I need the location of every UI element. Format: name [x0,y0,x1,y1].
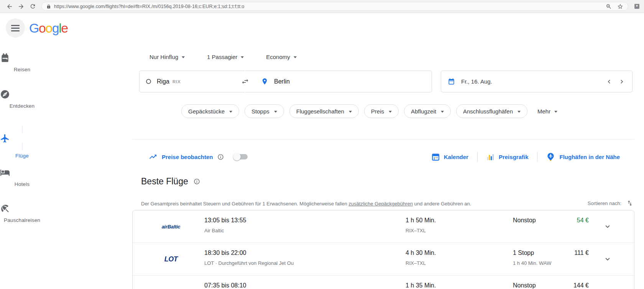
calendar-grid-icon [432,153,440,161]
date-field[interactable]: Fr., 16. Aug. [441,71,632,92]
sidebar-label: Pauschalreisen [0,217,44,223]
swap-icon [241,77,249,85]
flight-duration: 1 h 35 Min. [406,282,436,289]
filter-chip-preis[interactable]: Preis [364,104,399,118]
expand-chevron-icon[interactable] [603,255,612,263]
filter-chip-anschlussflughaefen[interactable]: Anschlussflughäfen [456,104,527,118]
divider [132,139,634,140]
sort-control[interactable]: Sortieren nach: [588,200,633,207]
back-icon[interactable] [4,2,15,11]
previous-date-chevron[interactable] [605,78,613,85]
price-graph-label: Preisgrafik [499,154,529,160]
flight-list: airBaltic 13:05 bis 13:55 Air Baltic 1 h… [132,210,634,289]
tools-row: Preise beobachten Kalender Preisgrafik F… [132,148,634,166]
airline-logo-cell: airBaltic [148,210,194,243]
bar-chart-icon [486,153,495,161]
info-icon[interactable] [194,178,200,185]
disclaimer-text: Der Gesamtpreis beinhaltet Steuern und G… [141,201,348,207]
flight-route: RIX–TXL [406,228,436,233]
flight-row[interactable]: airBaltic 13:05 bis 13:55 Air Baltic 1 h… [133,210,634,243]
filter-chip-fluggesellschaften[interactable]: Fluggesellschaften [289,104,359,118]
sidebar-label: Flüge [0,153,44,159]
cabin-class-dropdown[interactable]: Economy [266,54,297,60]
address-bar[interactable]: https://www.google.com/flights?hl=de#flt… [41,2,628,11]
sidebar-item-hotels[interactable]: Hotels [0,167,44,187]
flight-duration: 4 h 30 Min. [406,250,436,256]
chevron-down-icon [241,56,244,58]
next-date-chevron[interactable] [618,78,626,85]
bookmark-star-icon[interactable] [617,3,623,10]
disclaimer-text: und andere Gebühren an. [413,201,472,207]
chevron-down-icon [274,111,277,113]
nearby-airports-button[interactable]: Flughäfen in der Nähe [546,153,620,161]
date-value: Fr., 16. Aug. [461,78,492,85]
menu-button[interactable] [6,18,25,38]
filter-chip-stopps[interactable]: Stopps [245,104,284,118]
sidebar-label: Reisen [0,67,44,72]
more-label: Mehr [537,108,550,115]
sidebar-item-reisen[interactable]: Reisen [0,53,44,72]
sidebar-item-fluege[interactable]: Flüge [0,126,44,159]
passengers-dropdown[interactable]: 1 Passagier [207,54,244,60]
info-icon[interactable] [217,154,224,160]
bed-icon [0,167,44,177]
price-disclaimer: Der Gesamtpreis beinhaltet Steuern und G… [141,201,471,207]
chevron-down-icon [554,111,557,113]
trending-up-icon [149,153,157,161]
flight-carrier: LOT · Durchgeführt von Regional Jet Ou [204,260,294,266]
itinerary-cell: 07:35 bis 08:10 [204,282,246,289]
price-graph-button[interactable]: Preisgrafik [486,153,529,161]
nearby-airports-label: Flughäfen in der Nähe [559,154,620,160]
zoom-in-icon[interactable] [606,3,612,10]
stops-cell: Nonstop [513,217,536,228]
filter-chip-gepaeckstuecke[interactable]: Gepäckstücke [181,104,239,118]
filter-chip-abflugzeit[interactable]: Abflugzeit [404,104,451,118]
divider [537,152,537,162]
google-logo: Google [29,21,68,36]
beach-umbrella-icon [0,204,44,213]
airline-logo: airBaltic [162,224,181,230]
calendar-view-button[interactable]: Kalender [432,153,468,161]
flight-row[interactable]: 07:35 bis 08:10 1 h 35 Min. Nonstop 144 … [133,276,634,289]
forward-icon[interactable] [15,2,27,11]
calendar-view-label: Kalender [444,154,468,160]
duration-cell: 4 h 30 Min. RIX–TXL [406,250,436,266]
duration-cell: 1 h 35 Min. [406,282,436,289]
origin-field[interactable]: Riga RIX [139,71,245,92]
flight-route: RIX–TXL [406,260,436,266]
lock-icon [46,4,51,9]
destination-field[interactable]: Berlin [245,71,432,92]
swap-airports-button[interactable] [237,73,254,90]
filter-chips-row: Gepäckstücke Stopps Fluggesellschaften P… [181,104,557,118]
chevron-down-icon [518,111,521,113]
sort-label: Sortieren nach: [588,200,621,206]
sidebar-item-entdecken[interactable]: Entdecken [0,89,44,109]
chip-label: Preis [371,108,384,115]
backpack-icon [0,53,44,63]
flight-row[interactable]: LOT 18:30 bis 22:00 LOT · Durchgeführt v… [133,243,634,276]
reload-icon[interactable] [27,2,38,11]
flight-stops: Nonstop [513,282,536,289]
chevron-down-icon [349,111,352,113]
trip-type-dropdown[interactable]: Nur Hinflug [150,54,185,60]
cabin-value: Economy [266,54,290,60]
airline-logo-cell [148,276,194,289]
sidebar-label: Entdecken [0,103,44,109]
sidebar-item-pauschalreisen[interactable]: Pauschalreisen [0,204,44,223]
baggage-fees-link[interactable]: zusätzliche Gepäckgebühren [348,201,413,207]
chevron-down-icon [229,111,232,113]
chip-label: Gepäckstücke [188,108,225,115]
chip-label: Abflugzeit [411,108,436,115]
sidebar-label: Hotels [0,181,44,187]
trip-type-value: Nur Hinflug [150,54,178,60]
track-prices-label: Preise beobachten [162,154,213,160]
more-filters-dropdown[interactable]: Mehr [537,108,557,115]
destination-city: Berlin [274,78,290,85]
expand-chevron-icon[interactable] [603,287,612,289]
extension-icon[interactable] [634,3,640,10]
expand-chevron-icon[interactable] [603,222,612,231]
calendar-icon [448,78,455,85]
track-prices-control[interactable]: Preise beobachten [149,153,248,161]
flight-stops: Nonstop [513,217,536,224]
track-prices-toggle[interactable] [235,154,248,159]
